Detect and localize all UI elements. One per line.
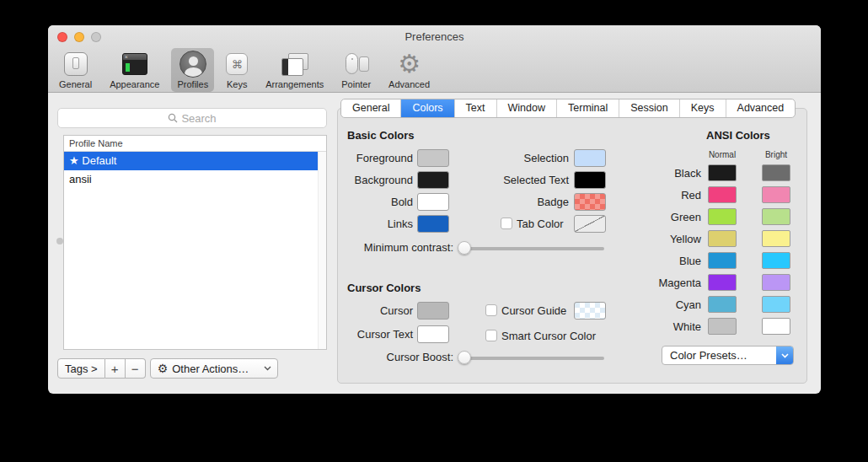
profile-list-header[interactable]: Profile Name — [64, 136, 326, 152]
cursor-label: Cursor — [333, 304, 413, 317]
toolbar: General × Appearance Profiles ⌘ Keys — [53, 48, 436, 92]
ansi-blue-normal-well[interactable] — [708, 252, 737, 269]
selected-text-color-well[interactable] — [574, 171, 606, 189]
content-area: Search Profile Name ★ Default ansii Tags… — [48, 93, 821, 394]
advanced-icon: ⚙ — [398, 50, 421, 78]
ansi-blue-bright-well[interactable] — [762, 252, 790, 269]
ansi-magenta-label: Magenta — [638, 277, 701, 289]
add-profile-button[interactable]: + — [105, 358, 126, 379]
ansi-black-bright-well[interactable] — [762, 164, 790, 181]
close-button[interactable] — [57, 32, 67, 42]
ansi-cyan-label: Cyan — [638, 298, 701, 311]
ansi-red-bright-well[interactable] — [762, 186, 790, 203]
pointer-icon — [344, 50, 369, 78]
toolbar-item-keys[interactable]: ⌘ Keys — [220, 48, 254, 92]
appearance-icon: × — [122, 50, 147, 78]
tab-session[interactable]: Session — [619, 99, 678, 117]
cursor-boost-slider[interactable] — [461, 357, 604, 360]
smart-cursor-checkbox[interactable] — [485, 330, 497, 341]
toolbar-item-pointer[interactable]: Pointer — [335, 48, 377, 92]
list-scrollbar[interactable] — [318, 152, 326, 349]
toolbar-item-arrangements[interactable]: Arrangements — [260, 48, 330, 92]
ansi-cyan-normal-well[interactable] — [708, 296, 737, 313]
profile-row-ansii[interactable]: ansii — [64, 170, 326, 189]
zoom-button[interactable] — [91, 32, 101, 42]
ansi-white-normal-well[interactable] — [708, 318, 737, 335]
chevron-down-icon — [776, 346, 793, 364]
remove-profile-button[interactable]: − — [126, 358, 146, 379]
other-actions-label: Other Actions… — [172, 363, 259, 375]
ansi-red-normal-well[interactable] — [708, 186, 737, 203]
foreground-color-well[interactable] — [417, 149, 449, 167]
search-icon — [168, 113, 178, 123]
basic-colors-header: Basic Colors — [347, 129, 414, 142]
minimum-contrast-label: Minimum contrast: — [351, 241, 453, 254]
minimum-contrast-slider[interactable] — [461, 247, 604, 250]
tab-general[interactable]: General — [341, 99, 400, 117]
toolbar-item-general[interactable]: General — [53, 48, 98, 92]
ansi-yellow-normal-well[interactable] — [708, 230, 737, 247]
window-title: Preferences — [48, 25, 821, 49]
toolbar-item-advanced[interactable]: ⚙ Advanced — [383, 48, 436, 92]
titlebar[interactable]: Preferences — [48, 25, 821, 49]
search-input[interactable]: Search — [57, 108, 327, 128]
tab-advanced[interactable]: Advanced — [726, 99, 796, 117]
badge-color-well[interactable] — [574, 193, 606, 211]
profile-row-default[interactable]: ★ Default — [64, 152, 326, 170]
profiles-icon — [179, 50, 206, 78]
links-color-well[interactable] — [417, 215, 449, 233]
tab-colors[interactable]: Colors — [400, 99, 453, 117]
smart-cursor-label: Smart Cursor Color — [501, 330, 619, 342]
ansi-red-label: Red — [638, 189, 701, 201]
cursor-boost-slider-knob[interactable] — [458, 351, 471, 364]
ansi-black-normal-well[interactable] — [708, 164, 737, 181]
profile-list: Profile Name ★ Default ansii — [63, 135, 327, 350]
cursor-boost-label: Cursor Boost: — [360, 351, 453, 363]
minimum-contrast-slider-knob[interactable] — [458, 241, 471, 255]
cursor-text-color-well[interactable] — [417, 325, 449, 343]
selection-color-well[interactable] — [574, 149, 606, 167]
arrangements-icon — [281, 50, 308, 78]
background-color-well[interactable] — [417, 171, 449, 189]
selection-label: Selection — [485, 152, 569, 164]
profile-name: ansii — [69, 173, 92, 185]
search-placeholder: Search — [181, 112, 216, 125]
tab-terminal[interactable]: Terminal — [556, 99, 619, 117]
tab-keys[interactable]: Keys — [679, 99, 726, 117]
cursor-guide-color-well[interactable] — [574, 302, 606, 320]
color-presets-label: Color Presets… — [662, 349, 776, 362]
ansi-yellow-label: Yellow — [638, 233, 701, 245]
profile-name: Default — [82, 154, 116, 167]
minimize-button[interactable] — [74, 32, 84, 42]
window-header: Preferences General × Appearance Profile… — [48, 25, 821, 93]
background-label: Background — [333, 174, 413, 186]
toolbar-item-appearance[interactable]: × Appearance — [104, 48, 165, 92]
bold-color-well[interactable] — [417, 193, 449, 211]
tab-window[interactable]: Window — [496, 99, 556, 117]
ansi-yellow-bright-well[interactable] — [762, 230, 790, 247]
ansi-white-bright-well[interactable] — [762, 318, 790, 335]
tab-color-checkbox[interactable] — [501, 218, 512, 229]
ansi-green-bright-well[interactable] — [762, 208, 790, 225]
general-icon — [64, 50, 88, 78]
profile-actions-bar: Tags > + − ⚙ Other Actions… — [57, 358, 278, 379]
ansi-magenta-normal-well[interactable] — [708, 274, 737, 291]
tab-text[interactable]: Text — [454, 99, 496, 117]
cursor-colors-header: Cursor Colors — [347, 282, 421, 294]
star-icon: ★ — [69, 154, 79, 167]
ansi-green-normal-well[interactable] — [708, 208, 737, 225]
profile-tab-bar: General Colors Text Window Terminal Sess… — [340, 99, 796, 118]
tab-color-well[interactable] — [574, 215, 606, 233]
color-presets-dropdown[interactable]: Color Presets… — [662, 346, 794, 365]
ansi-normal-header: Normal — [708, 150, 737, 159]
chevron-down-icon — [264, 366, 271, 371]
traffic-lights — [57, 32, 101, 42]
other-actions-dropdown[interactable]: ⚙ Other Actions… — [150, 358, 278, 379]
preferences-window: Preferences General × Appearance Profile… — [48, 25, 821, 394]
tags-button[interactable]: Tags > — [57, 358, 105, 379]
ansi-magenta-bright-well[interactable] — [762, 274, 790, 291]
toolbar-item-profiles[interactable]: Profiles — [171, 48, 214, 92]
cursor-color-well[interactable] — [417, 302, 449, 320]
cursor-guide-checkbox[interactable] — [485, 304, 497, 316]
ansi-cyan-bright-well[interactable] — [762, 296, 790, 313]
